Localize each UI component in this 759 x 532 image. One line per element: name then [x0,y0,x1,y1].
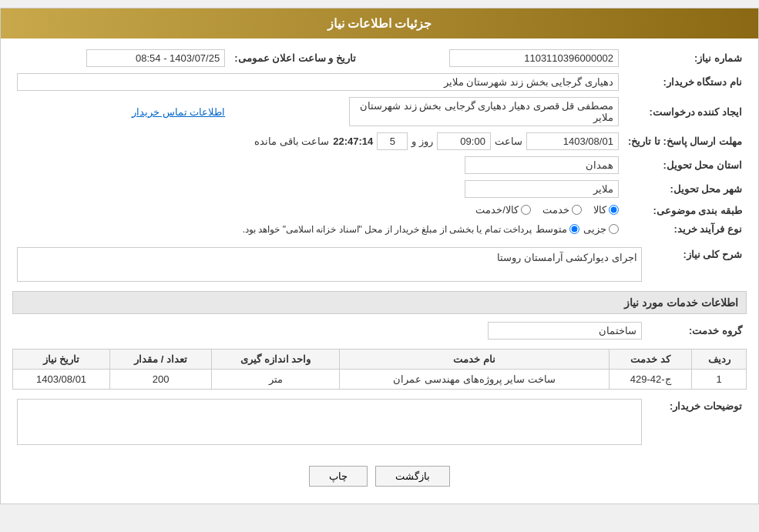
deadline-days-label: روز و [411,136,433,147]
service-group-label: گروه خدمت: [646,319,747,343]
deadline-date: 1403/08/01 [526,132,619,150]
purchase-type-mota-radio[interactable] [569,224,579,234]
deadline-label: مهلت ارسال پاسخ: تا تاریخ: [623,129,747,153]
need-description-value: اجرای دیوارکشی آرامستان روستا [17,247,642,282]
category-kala-label: کالا [593,204,606,216]
province-value: همدان [465,156,619,174]
need-description-label: شرح کلی نیاز: [646,244,747,285]
need-number-value: 1103110396000002 [449,49,619,67]
province-label: استان محل تحویل: [623,153,747,177]
deadline-remaining: 22:47:14 [333,136,373,147]
main-content: شماره نیاز: 1103110396000002 تاریخ و ساع… [1,38,758,504]
row-purchase-type: نوع فرآیند خرید: جزیی متوسط پرداخت تمام … [12,220,747,238]
header-title: جزئیات اطلاعات نیاز [327,17,432,30]
service-group-table: گروه خدمت: ساختمان [12,319,747,343]
deadline-time-label: ساعت [495,136,522,147]
row-buyer-notes: توضیحات خریدار: [12,396,747,450]
services-table: ردیف کد خدمت نام خدمت واحد اندازه گیری ت… [12,349,747,390]
announce-date-label: تاریخ و ساعت اعلان عمومی: [230,46,361,70]
table-row: 1 ج-42-429 ساخت سایر پروژه‌های مهندسی عم… [13,370,747,390]
purchase-type-mota-item: متوسط [536,223,579,235]
requester-value: مصطفی قل قصری دهیار دهیاری گرجایی بخش زن… [349,97,619,126]
deadline-days: 5 [377,132,408,150]
col-row-number: ردیف [692,350,747,370]
cell-unit: متر [212,370,340,390]
info-table: شماره نیاز: 1103110396000002 تاریخ و ساع… [12,46,747,238]
page-header: جزئیات اطلاعات نیاز [1,8,758,38]
contact-link[interactable]: اطلاعات تماس خریدار [132,106,225,118]
cell-service-code: ج-42-429 [609,370,691,390]
cell-quantity: 200 [110,370,212,390]
row-buyer-org: نام دستگاه خریدار: دهیاری گرجایی بخش زند… [12,70,747,94]
services-table-body: 1 ج-42-429 ساخت سایر پروژه‌های مهندسی عم… [13,370,747,390]
purchase-type-row: جزیی متوسط پرداخت تمام یا بخشی از مبلغ خ… [17,223,619,235]
category-label: طبقه بندی موضوعی: [623,201,747,220]
category-kala-item: کالا [593,204,619,216]
row-deadline: مهلت ارسال پاسخ: تا تاریخ: 1403/08/01 سا… [12,129,747,153]
row-need-description: شرح کلی نیاز: اجرای دیوارکشی آرامستان رو… [12,244,747,285]
service-group-value: ساختمان [488,322,642,340]
purchase-type-label: نوع فرآیند خرید: [623,220,747,238]
purchase-type-jozi-radio[interactable] [609,224,619,234]
buyer-notes-table: توضیحات خریدار: [12,396,747,450]
col-unit: واحد اندازه گیری [212,350,340,370]
page-wrapper: جزئیات اطلاعات نیاز شماره نیاز: 11031103… [0,8,759,504]
buyer-notes-textarea[interactable] [17,399,642,445]
category-kala-radio[interactable] [609,205,619,215]
city-label: شهر محل تحویل: [623,177,747,201]
deadline-remaining-label: ساعت باقی مانده [254,136,329,147]
category-kala-khedmat-label: کالا/خدمت [475,204,519,216]
announce-date-value: 1403/07/25 - 08:54 [86,49,225,67]
services-section-header: اطلاعات خدمات مورد نیاز [12,291,747,314]
services-table-head: ردیف کد خدمت نام خدمت واحد اندازه گیری ت… [13,350,747,370]
row-category: طبقه بندی موضوعی: کالا خدمت [12,201,747,220]
category-khedmat-label: خدمت [542,204,569,216]
col-need-date: تاریخ نیاز [13,350,110,370]
category-kala-khedmat-item: کالا/خدمت [475,204,531,216]
city-value: ملایر [465,180,619,198]
purchase-type-jozi-label: جزیی [583,223,606,235]
requester-label: ایجاد کننده درخواست: [623,94,747,129]
buyer-org-value: دهیاری گرجایی بخش زند شهرستان ملایر [17,73,619,91]
col-quantity: تعداد / مقدار [110,350,212,370]
col-service-name: نام خدمت [340,350,610,370]
buyer-notes-label: توضیحات خریدار: [646,396,747,450]
purchase-type-jozi-item: جزیی [583,223,619,235]
purchase-type-note: پرداخت تمام یا بخشی از مبلغ خریدار از مح… [243,224,532,235]
deadline-row: 1403/08/01 ساعت 09:00 روز و 5 22:47:14 س… [17,132,619,150]
purchase-type-mota-label: متوسط [536,223,567,235]
services-table-header-row: ردیف کد خدمت نام خدمت واحد اندازه گیری ت… [13,350,747,370]
row-city: شهر محل تحویل: ملایر [12,177,747,201]
back-button[interactable]: بازگشت [375,466,450,487]
need-number-label: شماره نیاز: [623,46,747,70]
cell-row-number: 1 [692,370,747,390]
category-kala-khedmat-radio[interactable] [521,205,531,215]
buyer-org-label: نام دستگاه خریدار: [623,70,747,94]
category-khedmat-radio[interactable] [572,205,582,215]
cell-need-date: 1403/08/01 [13,370,110,390]
deadline-time: 09:00 [437,132,491,150]
need-description-table: شرح کلی نیاز: اجرای دیوارکشی آرامستان رو… [12,244,747,285]
row-need-number: شماره نیاز: 1103110396000002 تاریخ و ساع… [12,46,747,70]
footer-buttons: بازگشت چاپ [12,457,747,496]
row-province: استان محل تحویل: همدان [12,153,747,177]
category-khedmat-item: خدمت [542,204,582,216]
print-button[interactable]: چاپ [309,466,368,487]
cell-service-name: ساخت سایر پروژه‌های مهندسی عمران [340,370,610,390]
category-radio-group: کالا خدمت کالا/خدمت [475,204,619,216]
row-service-group: گروه خدمت: ساختمان [12,319,747,343]
col-service-code: کد خدمت [609,350,691,370]
row-requester: ایجاد کننده درخواست: مصطفی قل قصری دهیار… [12,94,747,129]
